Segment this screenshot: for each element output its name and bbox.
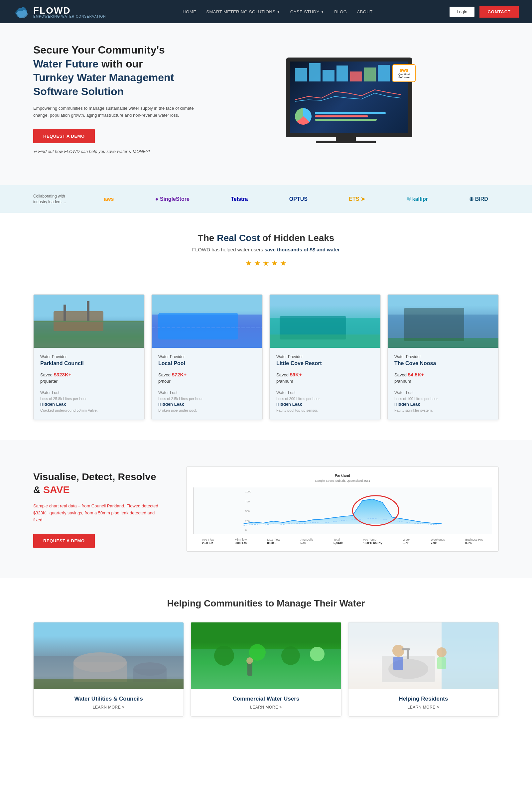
navbar: FLOWD EMPOWERING WATER CONSERVATION HOME… xyxy=(0,0,532,23)
svg-rect-17 xyxy=(388,338,498,348)
card-parkland: Water Provider Parkland Council Saved $3… xyxy=(33,294,145,420)
star-5: ★ xyxy=(280,259,287,268)
water-lost-detail-1: Loss of 2.5k Litres per hour xyxy=(158,396,256,401)
leak-label-0: Hidden Leak xyxy=(40,402,138,407)
monitor-base xyxy=(316,141,376,143)
water-lost-label-1: Water Lost xyxy=(158,391,256,395)
card-body-noosa: Water Provider The Cove Noosa Saved $4.5… xyxy=(388,348,498,420)
card-provider-2: Water Provider xyxy=(276,355,374,359)
chart-area: 1000 750 500 250 0 xyxy=(193,488,492,534)
partners-label: Collaborating with industry leaders.... xyxy=(33,193,73,205)
chart-legend: Avg Flow2.5k L/h Min Flow300k L/h Max Fl… xyxy=(193,534,492,545)
chart-title: Parkland xyxy=(193,474,492,477)
card-title-2: Little Cove Resort xyxy=(276,360,374,366)
logo-sub: EMPOWERING WATER CONSERVATION xyxy=(33,15,106,18)
card-period-0: p/quarter xyxy=(40,379,138,384)
chart-svg: 1000 750 500 250 0 xyxy=(193,488,492,534)
card-title-1: Local Pool xyxy=(158,360,256,366)
community-card-residents[interactable]: Helping Residents LEARN MORE > xyxy=(348,622,499,717)
svg-text:0: 0 xyxy=(245,529,247,532)
community-card-commercial[interactable]: Commercial Water Users LEARN MORE > xyxy=(191,622,341,717)
svg-point-33 xyxy=(214,646,234,666)
community-title-2: Helping Residents xyxy=(355,696,492,702)
logo[interactable]: FLOWD EMPOWERING WATER CONSERVATION xyxy=(13,3,106,20)
svg-rect-48 xyxy=(402,648,410,650)
water-lost-detail-0: Loss of 25.8k Litres per hour xyxy=(40,396,138,401)
partners-section: Collaborating with industry leaders.... … xyxy=(0,185,532,213)
card-period-3: p/annum xyxy=(394,379,492,384)
visualise-cta-button[interactable]: REQUEST A DEMO xyxy=(33,534,95,548)
communities-section: Helping Communities to Manage Their Wate… xyxy=(0,578,532,737)
nav-blog[interactable]: BLOG xyxy=(334,9,347,14)
star-1: ★ xyxy=(245,259,252,268)
card-image-parkland xyxy=(34,294,144,348)
card-provider-3: Water Provider xyxy=(394,355,492,359)
svg-text:1000: 1000 xyxy=(245,490,251,493)
svg-point-43 xyxy=(392,645,404,657)
monitor-screen xyxy=(290,61,408,133)
nav-home[interactable]: HOME xyxy=(183,9,196,14)
aws-badge: aws Qualified Software xyxy=(392,64,416,82)
community-image-commercial xyxy=(191,623,341,689)
svg-rect-5 xyxy=(87,301,90,321)
water-lost-label-3: Water Lost xyxy=(394,391,492,395)
svg-rect-8 xyxy=(158,313,238,340)
card-image-resort xyxy=(270,294,380,348)
community-card-utilities[interactable]: Water Utilities & Councils LEARN MORE > xyxy=(33,622,184,717)
visualise-chart: Parkland Sample Street, Suburb, Queensla… xyxy=(186,467,499,552)
hero-text: Secure Your Community's Water Future wit… xyxy=(33,43,200,165)
partners-logos: aws ● SingleStore Telstra OPTUS ETS ➤ ≋ … xyxy=(93,196,499,202)
svg-text:500: 500 xyxy=(245,510,250,513)
hero-headline: Secure Your Community's Water Future wit… xyxy=(33,43,200,98)
community-link-0[interactable]: LEARN MORE > xyxy=(40,705,177,709)
star-2: ★ xyxy=(254,259,261,268)
logo-icon xyxy=(13,3,30,20)
contact-button[interactable]: CONTACT xyxy=(479,6,519,18)
card-saved-3: Saved $4.5K+ xyxy=(394,372,492,377)
water-lost-label-0: Water Lost xyxy=(40,391,138,395)
card-period-1: p/hour xyxy=(158,379,256,384)
nav-case-study[interactable]: CASE STUDY ▼ xyxy=(290,9,324,14)
leak-detail-2: Faulty pool top up sensor. xyxy=(276,408,374,413)
card-title-3: The Cove Noosa xyxy=(394,360,492,366)
partner-bird: ⊕ BIRD xyxy=(469,196,488,202)
svg-rect-47 xyxy=(407,649,409,659)
nav-about[interactable]: ABOUT xyxy=(357,9,373,14)
nav-smart-metering[interactable]: SMART METERING SOLUTIONS ▼ xyxy=(206,9,280,14)
hero-cta-button[interactable]: REQUEST A DEMO xyxy=(33,129,95,143)
card-body-parkland: Water Provider Parkland Council Saved $3… xyxy=(34,348,144,420)
svg-text:750: 750 xyxy=(245,500,250,503)
chevron-down-icon: ▼ xyxy=(321,10,324,14)
leak-label-3: Hidden Leak xyxy=(394,402,492,407)
visualise-section: Visualise, Detect, Resolve & SAVE Sample… xyxy=(0,440,532,578)
cost-subtitle: FLOWD has helped water users save thousa… xyxy=(33,247,499,252)
card-saved-1: Saved $72K+ xyxy=(158,372,256,377)
community-link-2[interactable]: LEARN MORE > xyxy=(355,705,492,709)
partner-singlestore: ● SingleStore xyxy=(155,196,190,202)
svg-rect-46 xyxy=(437,657,446,669)
nav-links: HOME SMART METERING SOLUTIONS ▼ CASE STU… xyxy=(183,9,373,14)
card-image-pool xyxy=(152,294,262,348)
card-resort: Water Provider Little Cove Resort Saved … xyxy=(269,294,381,420)
community-image-residents xyxy=(348,623,498,689)
hero-section: Secure Your Community's Water Future wit… xyxy=(0,23,532,185)
svg-point-45 xyxy=(437,647,446,657)
svg-rect-13 xyxy=(270,335,380,348)
leak-label-1: Hidden Leak xyxy=(158,402,256,407)
svg-rect-37 xyxy=(247,662,252,676)
login-button[interactable]: Login xyxy=(450,7,475,17)
community-body-utilities: Water Utilities & Councils LEARN MORE > xyxy=(34,689,184,716)
community-title-0: Water Utilities & Councils xyxy=(40,696,177,702)
svg-rect-30 xyxy=(34,679,184,689)
star-4: ★ xyxy=(271,259,278,268)
svg-rect-4 xyxy=(63,305,66,321)
community-link-1[interactable]: LEARN MORE > xyxy=(197,705,334,709)
card-body-resort: Water Provider Little Cove Resort Saved … xyxy=(270,348,380,420)
star-3: ★ xyxy=(263,259,269,268)
communities-grid: Water Utilities & Councils LEARN MORE > xyxy=(33,622,499,717)
svg-rect-44 xyxy=(393,657,403,670)
nav-actions: Login CONTACT xyxy=(450,6,519,18)
leak-detail-3: Faulty sprinkler system. xyxy=(394,408,492,413)
partner-telstra: Telstra xyxy=(231,196,248,202)
leak-detail-0: Cracked underground 50mm Valve. xyxy=(40,408,138,413)
